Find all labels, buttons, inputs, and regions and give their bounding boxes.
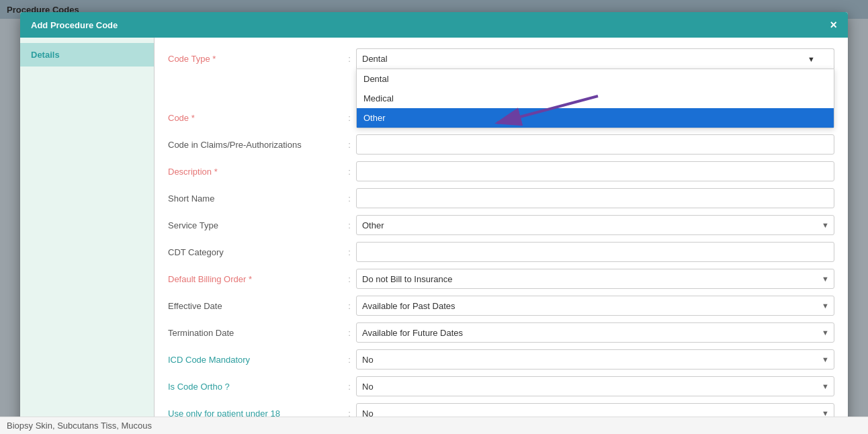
chevron-down-icon: ▼ (808, 55, 815, 63)
termination-date-wrapper: Available for Future Dates ▼ (356, 322, 834, 343)
billing-order-select[interactable]: Do not Bill to Insurance (356, 269, 834, 289)
service-type-label: Service Type (168, 220, 343, 230)
code-type-dropdown: Dental Medical Other (356, 69, 834, 128)
add-procedure-modal: Add Procedure Code × Details Code Type : (20, 12, 848, 434)
description-input[interactable] (356, 161, 834, 181)
cdt-category-label: CDT Category (168, 247, 343, 257)
code-type-value: Dental (362, 54, 388, 64)
modal-sidebar: Details (20, 38, 155, 434)
short-name-label: Short Name (168, 193, 343, 204)
short-name-input[interactable] (356, 188, 834, 208)
modal-header: Add Procedure Code × (20, 12, 848, 38)
effective-date-row: Effective Date : Available for Past Date… (168, 296, 834, 316)
bg-bottom-row: Biopsy Skin, Subcutans Tiss, Mucous (0, 417, 868, 434)
icd-mandatory-select[interactable]: No (356, 349, 834, 370)
billing-order-row: Default Billing Order : Do not Bill to I… (168, 269, 834, 289)
claims-code-input[interactable] (356, 134, 834, 155)
dropdown-item-medical[interactable]: Medical (357, 89, 834, 108)
termination-date-row: Termination Date : Available for Future … (168, 322, 834, 343)
service-type-select[interactable]: Other (356, 215, 834, 235)
cdt-category-row: CDT Category : (168, 242, 834, 262)
form-area: Code Type : Dental ▼ Dental Medical (155, 38, 848, 434)
billing-order-label: Default Billing Order (168, 274, 343, 284)
is-ortho-row: Is Code Ortho ? : No ▼ (168, 376, 834, 396)
claims-code-row: Code in Claims/Pre-Authorizations : (168, 134, 834, 155)
claims-code-label: Code in Claims/Pre-Authorizations (168, 140, 343, 150)
effective-date-wrapper: Available for Past Dates ▼ (356, 296, 834, 316)
service-type-row: Service Type : Other ▼ (168, 215, 834, 235)
modal-close-button[interactable]: × (830, 19, 837, 31)
billing-order-wrapper: Do not Bill to Insurance ▼ (356, 269, 834, 289)
icd-mandatory-wrapper: No ▼ (356, 349, 834, 370)
dropdown-item-dental[interactable]: Dental (357, 69, 834, 89)
code-type-row: Code Type : Dental ▼ Dental Medical (168, 48, 834, 69)
description-label: Description (168, 167, 343, 177)
termination-date-select[interactable]: Available for Future Dates (356, 322, 834, 343)
code-type-wrapper: Dental ▼ Dental Medical Other (356, 48, 834, 69)
code-label: Code (168, 113, 343, 123)
effective-date-label: Effective Date (168, 301, 343, 311)
modal-body: Details Code Type : Dental ▼ (20, 38, 848, 434)
service-type-wrapper: Other ▼ (356, 215, 834, 235)
description-row: Description : (168, 161, 834, 181)
icd-mandatory-row: ICD Code Mandatory : No ▼ (168, 349, 834, 370)
is-ortho-label: Is Code Ortho ? (168, 382, 343, 392)
short-name-row: Short Name : (168, 188, 834, 208)
is-ortho-wrapper: No ▼ (356, 376, 834, 396)
code-type-select[interactable]: Dental ▼ (356, 48, 834, 69)
cdt-category-input[interactable] (356, 242, 834, 262)
sidebar-item-details[interactable]: Details (20, 43, 154, 67)
bg-row-text: Biopsy Skin, Subcutans Tiss, Mucous (7, 421, 152, 431)
page-background: Procedure Codes Add Procedure Code × Det… (0, 0, 868, 434)
icd-mandatory-label: ICD Code Mandatory (168, 355, 343, 365)
effective-date-select[interactable]: Available for Past Dates (356, 296, 834, 316)
termination-date-label: Termination Date (168, 328, 343, 338)
modal-title: Add Procedure Code (31, 20, 118, 30)
is-ortho-select[interactable]: No (356, 376, 834, 396)
code-type-label: Code Type (168, 54, 343, 64)
dropdown-item-other[interactable]: Other (357, 108, 834, 128)
